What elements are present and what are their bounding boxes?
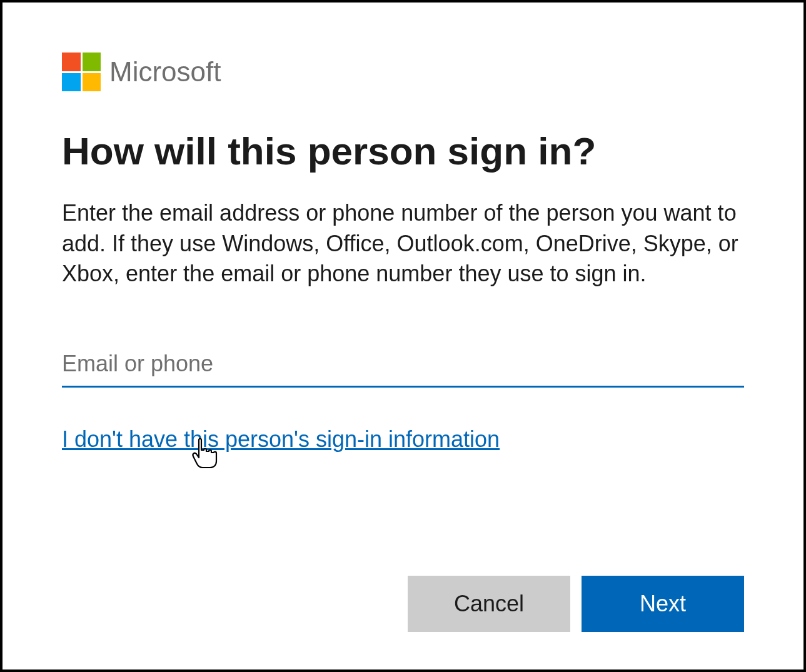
- dialog-button-row: Cancel Next: [62, 576, 744, 632]
- cancel-button[interactable]: Cancel: [408, 576, 570, 632]
- dialog-description: Enter the email address or phone number …: [62, 198, 744, 289]
- email-or-phone-input[interactable]: [62, 346, 744, 388]
- dialog-heading: How will this person sign in?: [62, 129, 744, 173]
- brand-name: Microsoft: [109, 56, 221, 88]
- brand-header: Microsoft: [62, 53, 744, 91]
- microsoft-logo-icon: [62, 53, 101, 91]
- alt-link-row: I don't have this person's sign-in infor…: [62, 426, 744, 453]
- next-button[interactable]: Next: [582, 576, 744, 632]
- account-signin-dialog: Microsoft How will this person sign in? …: [0, 0, 806, 672]
- no-signin-info-link[interactable]: I don't have this person's sign-in infor…: [62, 426, 500, 453]
